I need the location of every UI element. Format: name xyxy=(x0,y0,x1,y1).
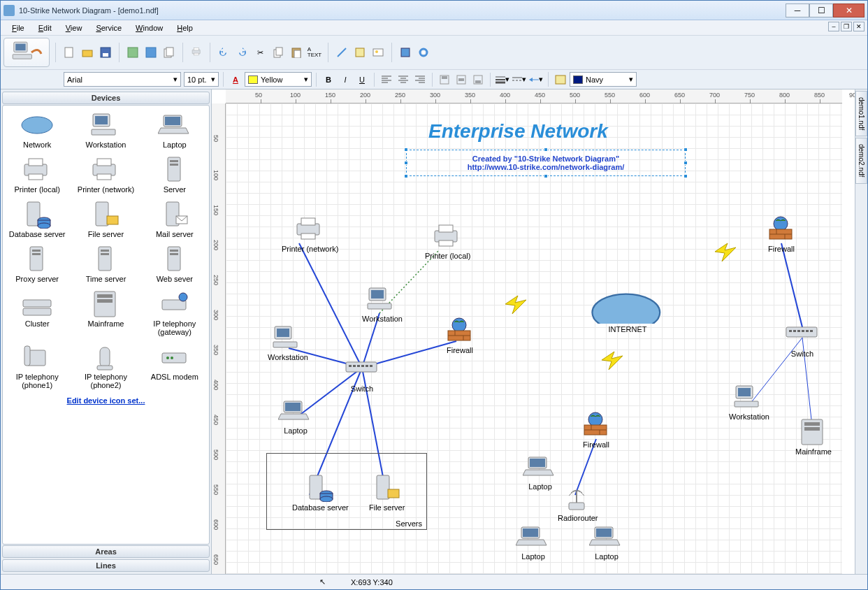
font-color-button[interactable]: A xyxy=(228,73,243,87)
copy-image-button[interactable] xyxy=(161,45,177,60)
panel-areas-header[interactable]: Areas xyxy=(2,545,210,558)
node-fs[interactable]: File server xyxy=(369,474,405,512)
node-ws3[interactable]: Workstation xyxy=(729,383,769,421)
mdi-minimize-button[interactable]: – xyxy=(828,22,839,31)
document-tabs: demo1.ndf demo2.ndf xyxy=(855,89,867,574)
line-color-combo[interactable]: Navy ▾ xyxy=(570,72,637,87)
node-mainframe[interactable]: Mainframe xyxy=(795,418,832,456)
device-mainframe[interactable]: Mainframe xyxy=(71,287,140,339)
device-fileserver[interactable]: File server xyxy=(71,198,140,241)
align-right-button[interactable] xyxy=(412,73,428,87)
device-ipgw[interactable]: IP telephony (gateway) xyxy=(140,287,209,339)
settings-button[interactable] xyxy=(416,45,431,60)
device-server[interactable]: Server xyxy=(140,153,209,196)
device-modem[interactable]: ADSL modem xyxy=(140,340,209,392)
device-server[interactable]: Web sever xyxy=(140,243,209,286)
node-fw2[interactable]: Firewall xyxy=(579,411,614,449)
node-laptop3[interactable]: Laptop xyxy=(516,523,551,561)
fill-color-combo[interactable]: Yellow ▾ xyxy=(245,72,312,87)
scan-network-button[interactable] xyxy=(3,38,50,67)
node-printer_loc[interactable]: Printer (local) xyxy=(425,222,470,260)
device-server[interactable]: Proxy server xyxy=(3,243,71,286)
node-radio[interactable]: Radiorouter xyxy=(558,484,598,522)
underline-button[interactable]: U xyxy=(354,73,370,87)
device-server[interactable]: Time server xyxy=(71,243,140,286)
font-size-combo[interactable]: 10 pt.▾ xyxy=(184,72,219,87)
node-ws2[interactable]: Workstation xyxy=(268,324,308,361)
menu-service[interactable]: Service xyxy=(89,22,129,34)
node-printer_net[interactable]: Printer (network) xyxy=(282,215,338,253)
device-phone1[interactable]: IP telephony (phone1) xyxy=(3,340,71,392)
add-area-button[interactable] xyxy=(352,45,368,60)
paste-button[interactable] xyxy=(289,45,304,60)
line-width-combo[interactable]: ▾ xyxy=(495,73,510,87)
menu-window[interactable]: Window xyxy=(129,22,170,34)
redo-button[interactable] xyxy=(234,45,249,60)
node-laptop1[interactable]: Laptop xyxy=(278,397,313,435)
device-workstation[interactable]: Workstation xyxy=(71,108,140,152)
node-laptop2[interactable]: Laptop xyxy=(523,453,558,491)
valign-middle-button[interactable] xyxy=(454,73,469,87)
menu-help[interactable]: Help xyxy=(170,22,200,34)
menu-edit[interactable]: Edit xyxy=(31,22,59,34)
menu-view[interactable]: View xyxy=(59,22,89,34)
close-button[interactable]: ✕ xyxy=(833,3,865,17)
tab-demo2[interactable]: demo2.ndf xyxy=(855,138,867,183)
device-cloud[interactable]: Network xyxy=(3,108,71,152)
mdi-restore-button[interactable]: ❐ xyxy=(841,22,852,31)
node-db[interactable]: Database server xyxy=(292,474,349,512)
add-text-button[interactable]: ATEXT xyxy=(307,45,322,60)
cut-button[interactable]: ✂ xyxy=(252,45,268,60)
tab-demo1[interactable]: demo1.ndf xyxy=(855,91,867,136)
save-button[interactable] xyxy=(98,45,113,60)
device-printer[interactable]: Printer (network) xyxy=(71,153,140,196)
node-switch1[interactable]: Switch xyxy=(345,355,379,393)
undo-button[interactable] xyxy=(216,45,231,60)
maximize-button[interactable]: ☐ xyxy=(809,3,833,17)
cloud-icon xyxy=(20,111,54,139)
node-internet[interactable]: INTERNET xyxy=(589,282,666,333)
add-line-button[interactable] xyxy=(334,45,349,60)
pattern-button[interactable] xyxy=(553,73,568,87)
font-family-combo[interactable]: Arial▾ xyxy=(64,72,181,87)
align-center-button[interactable] xyxy=(396,73,411,87)
devices-palette[interactable]: Network Workstation Laptop Printer (loca… xyxy=(2,105,210,545)
mdi-close-button[interactable]: ✕ xyxy=(853,22,865,31)
export-visio-button[interactable] xyxy=(143,45,159,60)
device-cluster[interactable]: Cluster xyxy=(3,287,71,339)
node-ws1[interactable]: Workstation xyxy=(362,285,403,323)
bold-button[interactable]: B xyxy=(321,73,336,87)
open-button[interactable] xyxy=(80,45,95,60)
panel-lines-header[interactable]: Lines xyxy=(2,559,210,572)
firewall-icon xyxy=(442,317,477,345)
minimize-button[interactable]: ─ xyxy=(786,3,809,17)
line-ends-combo[interactable]: ▾ xyxy=(528,73,544,87)
edit-icon-set-link[interactable]: Edit device icon set... xyxy=(67,396,145,405)
device-dbserver[interactable]: Database server xyxy=(3,198,71,241)
diagram-title[interactable]: Enterprise Network xyxy=(428,120,608,143)
node-switch2[interactable]: Switch xyxy=(785,320,820,358)
copy-button[interactable] xyxy=(270,45,286,60)
new-button[interactable] xyxy=(62,45,77,60)
node-laptop4[interactable]: Laptop xyxy=(589,523,624,561)
device-laptop[interactable]: Laptop xyxy=(140,108,209,152)
valign-top-button[interactable] xyxy=(437,73,452,87)
statusbar: ↖ X:693 Y:340 xyxy=(1,574,867,589)
menu-file[interactable]: File xyxy=(5,22,31,34)
align-left-button[interactable] xyxy=(379,73,394,87)
node-fw1[interactable]: Firewall xyxy=(442,317,477,354)
diagram-canvas[interactable]: Enterprise Network Created by "10-Strike… xyxy=(226,103,842,574)
refresh-button[interactable] xyxy=(398,45,413,60)
valign-bottom-button[interactable] xyxy=(470,73,486,87)
device-mailserver[interactable]: Mail server xyxy=(140,198,209,241)
italic-button[interactable]: I xyxy=(338,73,353,87)
print-button[interactable] xyxy=(189,45,204,60)
diagram-subtitle[interactable]: Created by "10-Strike Network Diagram" h… xyxy=(406,150,686,176)
panel-devices-header[interactable]: Devices xyxy=(2,92,210,104)
export-image-button[interactable] xyxy=(125,45,140,60)
add-image-button[interactable] xyxy=(370,45,386,60)
line-style-combo[interactable]: ▾ xyxy=(512,73,527,87)
device-printer[interactable]: Printer (local) xyxy=(3,153,71,196)
device-phone2[interactable]: IP telephony (phone2) xyxy=(71,340,140,392)
node-fw3[interactable]: Firewall xyxy=(764,215,799,253)
